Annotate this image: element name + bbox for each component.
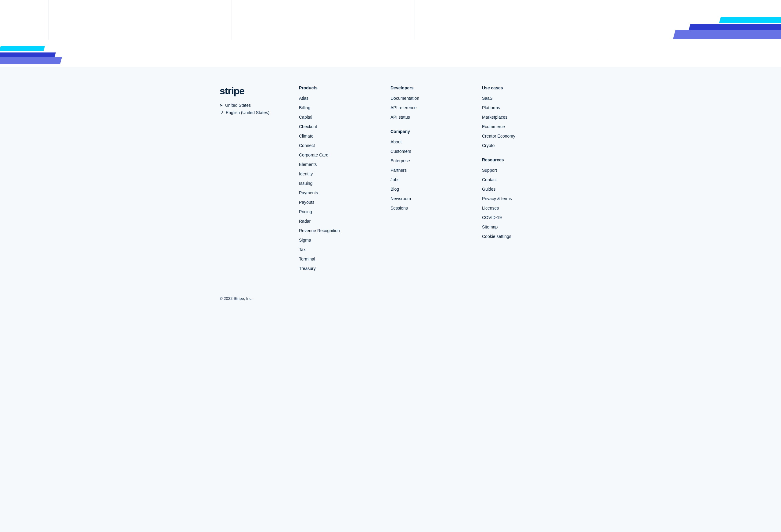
- products-header: Products: [299, 85, 378, 90]
- usecase-link[interactable]: SaaS: [482, 95, 561, 101]
- product-link[interactable]: Radar: [299, 218, 378, 224]
- product-link[interactable]: Atlas: [299, 95, 378, 101]
- product-link[interactable]: Payouts: [299, 199, 378, 206]
- stripe-cyan-right: [719, 17, 781, 23]
- resource-link[interactable]: Contact: [482, 177, 561, 183]
- footer-bottom: © 2022 Stripe, Inc.: [220, 290, 561, 301]
- company-links: AboutCustomersEnterprisePartnersJobsBlog…: [390, 139, 470, 211]
- resources-links: SupportContactGuidesPrivacy & termsLicen…: [482, 167, 561, 240]
- footer: stripe ➤ United States 🗨 English (United…: [0, 67, 781, 313]
- usecase-link[interactable]: Marketplaces: [482, 114, 561, 121]
- product-link[interactable]: Checkout: [299, 124, 378, 130]
- language-label: English (United States): [226, 110, 270, 115]
- resource-link[interactable]: Sitemap: [482, 224, 561, 230]
- company-link[interactable]: Customers: [390, 148, 470, 155]
- stripe-cyan-left: [0, 46, 45, 51]
- company-header: Company: [390, 129, 470, 134]
- usecase-link[interactable]: Crypto: [482, 142, 561, 149]
- location-icon: ➤: [220, 103, 223, 108]
- usecase-link[interactable]: Ecommerce: [482, 124, 561, 130]
- products-column: Products AtlasBillingCapitalCheckoutClim…: [299, 85, 378, 275]
- product-link[interactable]: Issuing: [299, 180, 378, 187]
- product-link[interactable]: Payments: [299, 190, 378, 196]
- product-link[interactable]: Connect: [299, 142, 378, 149]
- developers-header: Developers: [390, 85, 470, 90]
- company-link[interactable]: About: [390, 139, 470, 145]
- use-cases-links: SaaSPlatformsMarketplacesEcommerceCreato…: [482, 95, 561, 149]
- product-link[interactable]: Terminal: [299, 256, 378, 262]
- company-link[interactable]: Enterprise: [390, 158, 470, 164]
- stripe-purple-left: [0, 57, 62, 64]
- stripe-purple-right: [673, 30, 781, 39]
- usecase-link[interactable]: Creator Economy: [482, 133, 561, 139]
- product-link[interactable]: Climate: [299, 133, 378, 139]
- product-link[interactable]: Revenue Recognition: [299, 228, 378, 234]
- developers-links: DocumentationAPI referenceAPI status: [390, 95, 470, 121]
- top-decoration: [0, 0, 781, 67]
- product-link[interactable]: Capital: [299, 114, 378, 121]
- product-link[interactable]: Corporate Card: [299, 152, 378, 158]
- dev-company-column: Developers DocumentationAPI referenceAPI…: [390, 85, 470, 275]
- resource-link[interactable]: Licenses: [482, 205, 561, 211]
- product-link[interactable]: Elements: [299, 161, 378, 168]
- copyright: © 2022 Stripe, Inc.: [220, 296, 253, 301]
- company-link[interactable]: Partners: [390, 167, 470, 173]
- product-link[interactable]: Identity: [299, 171, 378, 177]
- use-cases-header: Use cases: [482, 85, 561, 90]
- footer-grid: stripe ➤ United States 🗨 English (United…: [220, 85, 561, 275]
- resource-link[interactable]: Guides: [482, 186, 561, 193]
- developer-link[interactable]: API reference: [390, 105, 470, 111]
- product-link[interactable]: Pricing: [299, 209, 378, 215]
- resource-link[interactable]: Cookie settings: [482, 233, 561, 240]
- resources-header: Resources: [482, 157, 561, 162]
- resource-link[interactable]: COVID-19: [482, 214, 561, 221]
- resource-link[interactable]: Support: [482, 167, 561, 173]
- products-links: AtlasBillingCapitalCheckoutClimateConnec…: [299, 95, 378, 272]
- usecases-resources-column: Use cases SaaSPlatformsMarketplacesEcomm…: [482, 85, 561, 275]
- product-link[interactable]: Billing: [299, 105, 378, 111]
- brand-column: stripe ➤ United States 🗨 English (United…: [220, 85, 287, 275]
- developer-link[interactable]: Documentation: [390, 95, 470, 101]
- product-link[interactable]: Tax: [299, 246, 378, 253]
- resource-link[interactable]: Privacy & terms: [482, 196, 561, 202]
- company-link[interactable]: Blog: [390, 186, 470, 193]
- developer-link[interactable]: API status: [390, 114, 470, 121]
- country-label: United States: [225, 103, 251, 108]
- country-locale: ➤ United States: [220, 103, 287, 108]
- speech-icon: 🗨: [220, 111, 223, 115]
- product-link[interactable]: Sigma: [299, 237, 378, 243]
- usecase-link[interactable]: Platforms: [482, 105, 561, 111]
- company-link[interactable]: Jobs: [390, 177, 470, 183]
- product-link[interactable]: Treasury: [299, 265, 378, 272]
- language-locale: 🗨 English (United States): [220, 110, 287, 115]
- company-link[interactable]: Sessions: [390, 205, 470, 211]
- stripe-blue-right: [689, 24, 781, 31]
- company-link[interactable]: Newsroom: [390, 196, 470, 202]
- stripe-logo: stripe: [220, 85, 287, 97]
